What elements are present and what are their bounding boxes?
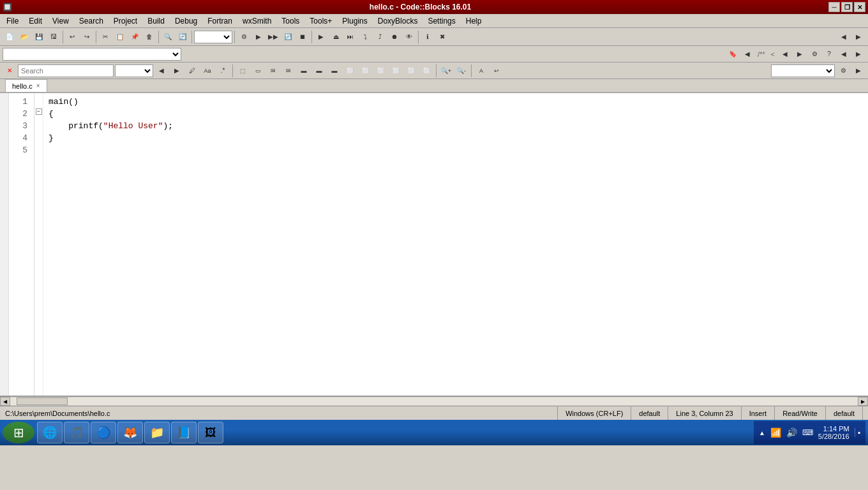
abort-btn[interactable]: ✖ [435,30,449,44]
replace-btn[interactable]: 🔄 [176,30,190,44]
rebuild-btn[interactable]: 🔃 [281,30,295,44]
build-target-dropdown[interactable] [194,31,232,43]
taskbar-ie[interactable]: 🌐 [37,422,63,443]
paste-btn[interactable]: 📌 [128,30,142,44]
search-close-btn[interactable]: ✕ [3,64,17,78]
menu-search[interactable]: Search [74,15,108,27]
stop-btn[interactable]: ⏹ [296,30,310,44]
menu-help[interactable]: Help [461,15,487,27]
build-run-btn[interactable]: ▶▶ [266,30,280,44]
search-next-btn[interactable]: ▶ [170,64,184,78]
scroll-track[interactable] [10,397,858,405]
shape-btn-9[interactable]: ⬜ [358,64,372,78]
menu-plugins[interactable]: Plugins [337,15,372,27]
doxy-run-btn[interactable]: ▶ [793,47,807,61]
restore-button[interactable]: ❐ [841,2,853,12]
search-type-dropdown[interactable] [771,64,835,77]
open-file-btn[interactable]: 📂 [17,30,31,44]
search-match-case-btn[interactable]: Aa [200,64,214,78]
menu-fortran[interactable]: Fortran [202,15,237,27]
marker-a-btn[interactable]: A [474,64,488,78]
search-highlight-btn[interactable]: 🖊 [185,64,199,78]
tray-show-hidden[interactable]: ▲ [759,429,765,436]
step-out-btn[interactable]: ⤴ [373,30,387,44]
menu-doxyblocks[interactable]: DoxyBlocks [373,15,423,27]
shape-btn-1[interactable]: ⬚ [236,64,250,78]
bookmark-btn[interactable]: 🔖 [726,47,740,61]
menu-edit[interactable]: Edit [24,15,47,27]
scroll-left-btn[interactable]: ◀ [0,397,10,406]
shape-btn-8[interactable]: ⬜ [343,64,357,78]
show-desktop-btn[interactable]: ▪ [855,428,860,437]
scroll-right-btn[interactable]: ▶ [858,397,868,406]
taskbar-wmp[interactable]: 🎵 [64,422,89,443]
prev-bookmark-btn[interactable]: ◀ [740,47,754,61]
close-button[interactable]: ✕ [854,2,865,12]
watches-btn[interactable]: 👁 [402,30,416,44]
save-all-btn[interactable]: 🖫 [47,30,61,44]
debug-nav-prev[interactable]: ◀ [837,30,851,44]
taskbar-chrome[interactable]: 🔵 [91,422,116,443]
debug-stop-btn[interactable]: ⏏ [329,30,343,44]
menu-file[interactable]: File [1,15,24,27]
nav-prev-btn[interactable]: ◀ [837,47,851,61]
zoom-in-btn[interactable]: 🔍+ [439,64,453,78]
copy-btn[interactable]: 📋 [113,30,127,44]
taskbar-explorer[interactable]: 📁 [144,422,170,443]
fold-marker-2[interactable]: − [36,108,42,115]
fold-line-2[interactable]: − [34,105,43,117]
menu-tools-plus[interactable]: Tools+ [304,15,337,27]
save-file-btn[interactable]: 💾 [32,30,46,44]
step-in-btn[interactable]: ⤵ [358,30,372,44]
shape-btn-5[interactable]: ▬ [297,64,311,78]
redo-btn[interactable]: ↪ [80,30,94,44]
minimize-button[interactable]: ─ [828,2,840,12]
search-run-btn[interactable]: ▶ [851,64,865,78]
code-editor[interactable]: main() { printf("Hello User"); } [43,93,868,396]
start-button[interactable]: ⊞ [3,422,34,443]
taskbar-word[interactable]: 📘 [171,422,197,443]
debug-nav-next[interactable]: ▶ [851,30,865,44]
time-display[interactable]: 1:14 PM 5/28/2016 [818,425,849,440]
taskbar-firefox[interactable]: 🦊 [117,422,143,443]
shape-btn-3[interactable]: ✉ [266,64,280,78]
new-file-btn[interactable]: 📄 [3,30,17,44]
cut-btn[interactable]: ✂ [98,30,112,44]
nav-next-btn[interactable]: ▶ [851,47,865,61]
shape-btn-11[interactable]: ⬜ [389,64,403,78]
run-btn[interactable]: ▶ [251,30,266,44]
menu-tools[interactable]: Tools [276,15,304,27]
shape-btn-12[interactable]: ⬜ [404,64,418,78]
taskbar-paint[interactable]: 🖼 [198,422,223,443]
tab-hello-c[interactable]: hello.c × [5,79,47,92]
search-scope-dropdown[interactable] [115,64,153,77]
tab-close-btn[interactable]: × [36,82,40,89]
undo-search-btn[interactable]: ↩ [490,64,504,78]
shape-btn-4[interactable]: ✉ [281,64,296,78]
shape-btn-6[interactable]: ▬ [312,64,326,78]
step-next-btn[interactable]: ⏭ [343,30,357,44]
doxy-settings[interactable]: ⚙ [807,47,821,61]
breakpoint-btn[interactable]: ⏺ [387,30,401,44]
shape-btn-10[interactable]: ⬜ [373,64,387,78]
find-btn[interactable]: 🔍 [161,30,175,44]
search-input[interactable] [18,64,114,77]
menu-view[interactable]: View [47,15,74,27]
undo-btn[interactable]: ↩ [65,30,79,44]
menu-debug[interactable]: Debug [170,15,202,27]
shape-btn-7[interactable]: ▬ [327,64,341,78]
delete-btn[interactable]: 🗑 [142,30,156,44]
menu-project[interactable]: Project [108,15,142,27]
menu-build[interactable]: Build [142,15,170,27]
menu-wxsmith[interactable]: wxSmith [237,15,276,27]
debug-run-btn[interactable]: ▶ [314,30,328,44]
search-config-btn[interactable]: ⚙ [836,64,850,78]
shape-btn-13[interactable]: ⬜ [419,64,433,78]
shape-btn-2[interactable]: ▭ [251,64,265,78]
help-btn2[interactable]: ? [822,47,836,61]
compiler-dropdown[interactable] [3,48,181,61]
scroll-thumb[interactable] [17,397,68,405]
menu-settings[interactable]: Settings [423,15,460,27]
doxy-btn[interactable]: ◀ [778,47,792,61]
search-prev-btn[interactable]: ◀ [154,64,168,78]
